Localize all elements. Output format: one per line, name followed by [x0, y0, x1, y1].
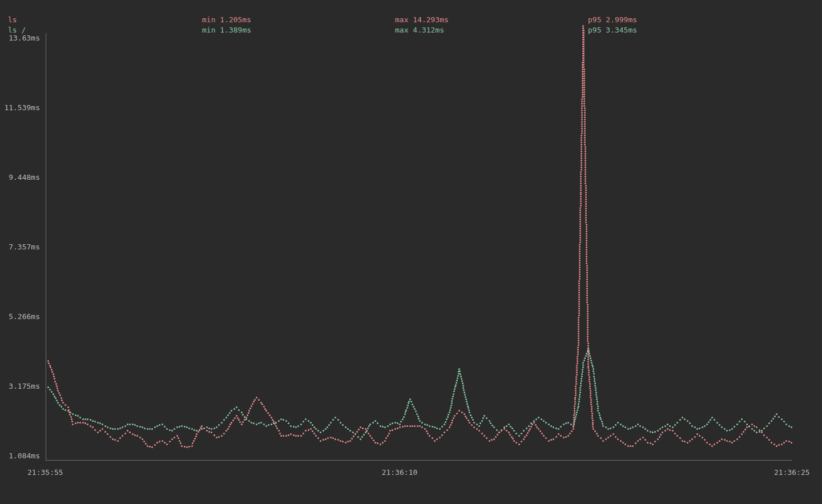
legend: ls min 1.205ms max 14.293ms p95 2.999ms … [0, 15, 822, 35]
y-axis-tick: 5.266ms [9, 312, 40, 321]
plot-area [46, 33, 792, 460]
series-name: ls [8, 15, 202, 25]
latency-chart: 13.63ms11.539ms9.448ms7.357ms5.266ms3.17… [0, 33, 799, 467]
y-axis: 13.63ms11.539ms9.448ms7.357ms5.266ms3.17… [0, 33, 43, 458]
x-axis-tick: 21:36:25 [774, 468, 810, 477]
legend-row-ls: ls min 1.205ms max 14.293ms p95 2.999ms [8, 15, 822, 25]
y-axis-tick: 13.63ms [9, 34, 40, 42]
y-axis-tick: 3.175ms [9, 382, 40, 390]
series-p95: p95 2.999ms [588, 15, 822, 25]
x-axis-line [46, 460, 792, 461]
series-max: max 14.293ms [395, 15, 588, 25]
x-axis: 21:35:5521:36:1021:36:25 [0, 468, 799, 479]
series-min: min 1.205ms [202, 15, 395, 25]
x-axis-tick: 21:36:10 [382, 468, 418, 477]
y-axis-tick: 1.084ms [9, 451, 40, 460]
y-axis-tick: 9.448ms [9, 173, 40, 182]
y-axis-tick: 7.357ms [9, 243, 40, 251]
x-axis-tick: 21:35:55 [27, 468, 63, 477]
y-axis-tick: 11.539ms [4, 103, 40, 112]
